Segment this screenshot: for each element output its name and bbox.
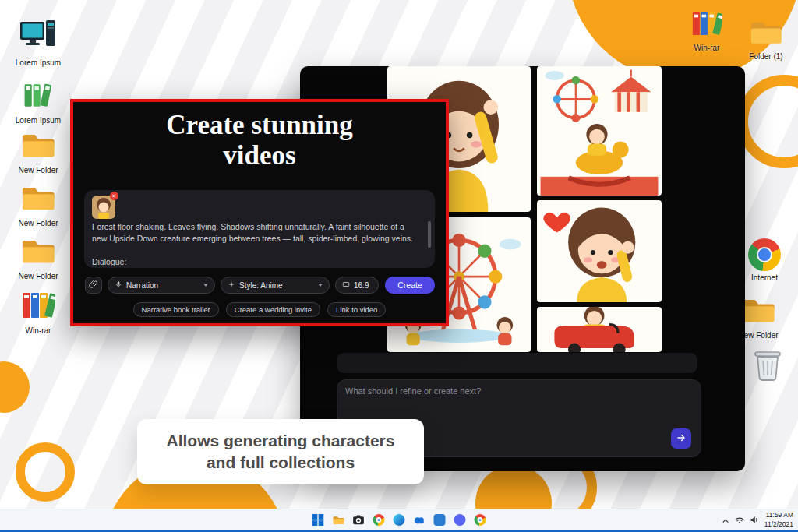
mic-icon [115, 280, 122, 290]
desktop-icon-label: New Folder [18, 166, 58, 175]
chip-link-to-video[interactable]: Link to video [327, 302, 386, 317]
volume-icon[interactable] [750, 513, 759, 527]
chip-create-wedding-invite[interactable]: Create a wedding invite [226, 302, 320, 317]
file-explorer-icon[interactable] [332, 513, 345, 527]
narration-label: Narration [126, 281, 200, 290]
tooltip-text: Allows generating characters and full co… [156, 430, 405, 474]
annotation-tooltip: Allows generating characters and full co… [137, 419, 424, 484]
desktop-icon-winrar-2[interactable]: Win-rar [680, 9, 734, 53]
desktop-icon-label: Internet [751, 273, 778, 283]
desktop-icon-label: Win-rar [26, 326, 51, 336]
chevron-down-icon [203, 284, 208, 287]
desktop: Lorem Ipsum Lorem Ipsum New Folder [0, 0, 798, 532]
taskbar-center [312, 509, 487, 530]
desktop-icon-label: Folder (1) [749, 52, 782, 62]
browser-icon[interactable] [474, 513, 487, 527]
remove-attachment-icon[interactable]: ✕ [110, 192, 118, 200]
aspect-ratio-label: 16:9 [354, 281, 372, 290]
desktop-icon-folder-top-right[interactable]: Folder (1) [739, 19, 793, 62]
suggestion-chips: Narrative book trailer Create a wedding … [73, 302, 446, 317]
aspect-ratio-dropdown[interactable]: 16:9 [335, 277, 379, 294]
desktop-icon-folder-2[interactable]: New Folder [11, 184, 65, 228]
generated-image-girl-heart[interactable] [537, 200, 662, 302]
store-icon[interactable] [433, 513, 447, 527]
generated-image-bumper-car[interactable] [537, 307, 662, 352]
recycle-bin-icon [752, 347, 783, 385]
folder-icon [20, 237, 56, 270]
edge-icon[interactable] [393, 513, 406, 527]
generated-image-carnival[interactable] [537, 66, 662, 196]
decor-circle-left [0, 361, 30, 413]
style-label: Style: Anime [239, 281, 314, 290]
desktop-icon-label: Lorem Ipsum [16, 116, 61, 125]
prompt-box[interactable]: ✕ Forest floor shaking. Leaves flying. S… [84, 190, 435, 268]
tray-chevron-up-icon[interactable] [722, 513, 729, 527]
desktop-icon-folder-3[interactable]: New Folder [11, 237, 65, 281]
desktop-icon-recycle-bin[interactable] [740, 347, 795, 385]
folder-icon [20, 131, 56, 164]
prompt-dialogue-label: Dialogue: [92, 257, 126, 266]
decor-ring-right [737, 75, 798, 168]
decor-ring-left [16, 442, 75, 502]
desktop-icon-internet[interactable]: Internet [737, 238, 792, 283]
sparkle-icon [228, 280, 235, 290]
create-video-popup: Create stunning videos ✕ Forest floor sh… [70, 99, 449, 326]
previous-message-partial [337, 353, 697, 373]
narration-dropdown[interactable]: Narration [108, 277, 215, 294]
chip-narrative-book-trailer[interactable]: Narrative book trailer [133, 302, 219, 317]
desktop-icon-label: Win-rar [694, 44, 720, 53]
desktop-icon-folder-1[interactable]: New Folder [11, 131, 65, 175]
camera-icon[interactable] [352, 513, 365, 527]
popup-title: Create stunning videos [131, 110, 388, 171]
computer-icon [19, 19, 57, 56]
desktop-icon-winrar[interactable]: Win-rar [11, 290, 65, 336]
send-button[interactable] [671, 428, 691, 449]
prompt-scrollbar[interactable] [428, 221, 431, 248]
clock-time: 11:59 AM [764, 511, 793, 520]
folder-icon [740, 296, 776, 329]
prompt-text: Forest floor shaking. Leaves flying. Sha… [92, 221, 419, 245]
prompt-controls: Narration Style: Anime 16:9 [73, 277, 446, 294]
start-button[interactable] [312, 513, 325, 527]
winrar-icon [691, 9, 722, 41]
arrow-right-icon [676, 432, 687, 446]
desktop-icon-label: New Folder [18, 219, 58, 228]
create-button[interactable]: Create [385, 277, 435, 294]
attach-button[interactable] [85, 277, 102, 294]
onedrive-icon[interactable] [413, 513, 426, 527]
system-tray: 11:59 AM 11/2/2021 [722, 509, 793, 530]
style-dropdown[interactable]: Style: Anime [221, 277, 330, 294]
folder-icon [20, 184, 56, 217]
desktop-icon-computer[interactable]: Lorem Ipsum [11, 19, 65, 68]
clock-date: 11/2/2021 [764, 520, 793, 529]
paperclip-icon [89, 278, 98, 292]
taskbar: 11:59 AM 11/2/2021 [0, 509, 798, 532]
winrar-icon [21, 290, 55, 324]
chevron-down-icon [318, 284, 323, 287]
network-icon[interactable] [735, 513, 744, 527]
discord-icon[interactable] [454, 513, 467, 527]
chrome-icon[interactable] [373, 513, 386, 527]
books-icon [21, 79, 55, 114]
clock[interactable]: 11:59 AM 11/2/2021 [764, 511, 793, 528]
folder-icon [749, 19, 783, 50]
desktop-icon-label: Lorem Ipsum [16, 58, 61, 68]
chrome-icon [748, 238, 781, 271]
desktop-icon-label: New Folder [18, 272, 58, 281]
frame-icon [342, 280, 350, 290]
desktop-icon-books[interactable]: Lorem Ipsum [11, 79, 65, 125]
